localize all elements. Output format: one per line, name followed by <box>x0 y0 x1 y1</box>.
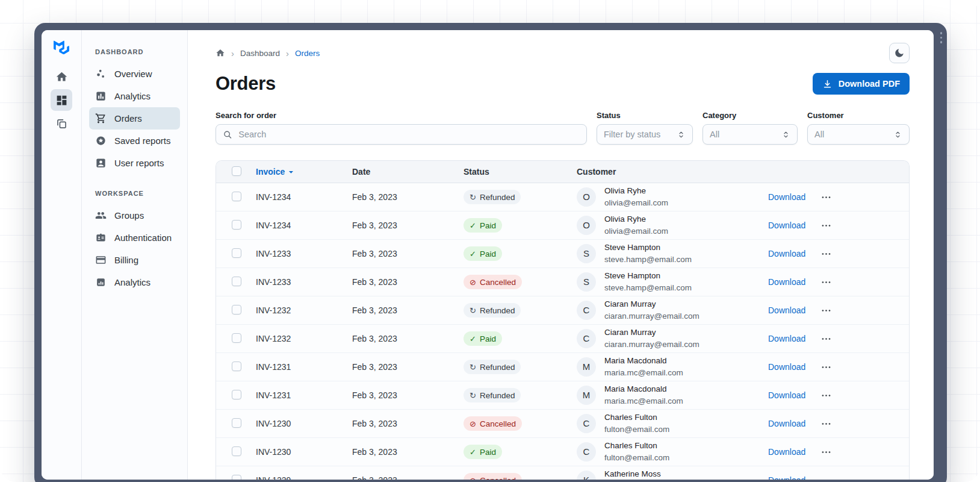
breadcrumb-orders[interactable]: Orders <box>295 49 320 58</box>
row-menu-button[interactable] <box>818 331 834 347</box>
status-badge: Cancelled <box>464 473 522 480</box>
sidebar-item-billing[interactable]: Billing <box>89 249 180 271</box>
row-menu-button[interactable] <box>818 359 834 375</box>
row-download-link[interactable]: Download <box>768 192 805 202</box>
unfold-icon <box>893 130 902 139</box>
date-cell: Feb 3, 2023 <box>352 390 464 400</box>
rail-dashboard-button[interactable] <box>51 89 72 111</box>
status-badge: Refunded <box>464 303 521 318</box>
rail-pages-button[interactable] <box>51 113 72 134</box>
breadcrumb-dashboard[interactable]: Dashboard <box>240 49 280 58</box>
sidebar-item-orders[interactable]: Orders <box>89 107 180 130</box>
row-checkbox[interactable] <box>232 333 241 343</box>
sidebar-item-user-reports[interactable]: User reports <box>89 152 180 174</box>
date-cell: Feb 3, 2023 <box>352 362 464 372</box>
table-row: INV-1234 Feb 3, 2023 Paid O <box>216 211 909 240</box>
status-filter-value: Filter by status <box>604 130 660 139</box>
row-download-link[interactable]: Download <box>768 475 805 480</box>
more-horiz-icon <box>820 192 832 203</box>
invoice-cell: INV-1230 <box>256 447 352 457</box>
date-cell: Feb 3, 2023 <box>352 334 464 343</box>
customer-email: ciaran.murray@email.com <box>604 311 699 322</box>
row-menu-button[interactable] <box>818 302 834 319</box>
row-menu-button[interactable] <box>818 444 834 460</box>
search-input[interactable] <box>237 129 580 140</box>
customer-name: Ciaran Murray <box>604 327 699 339</box>
row-checkbox[interactable] <box>232 248 241 258</box>
status-label: Paid <box>480 221 496 230</box>
row-menu-button[interactable] <box>818 472 834 480</box>
mui-logo-icon <box>53 40 70 54</box>
status-badge: Paid <box>464 218 502 233</box>
sidebar-item-groups[interactable]: Groups <box>89 204 180 227</box>
customer-name: Steve Hampton <box>604 270 692 282</box>
row-checkbox[interactable] <box>232 192 241 201</box>
row-download-link[interactable]: Download <box>768 221 805 230</box>
sidebar: DASHBOARD Overview Analytics Orders <box>82 30 188 480</box>
customer-email: maria.mc@email.com <box>604 396 683 407</box>
row-download-link[interactable]: Download <box>768 447 805 457</box>
row-checkbox[interactable] <box>232 362 241 371</box>
row-checkbox[interactable] <box>232 390 241 399</box>
row-download-link[interactable]: Download <box>768 277 805 287</box>
table-row: INV-1230 Feb 3, 2023 Cancelled C <box>216 410 909 438</box>
row-menu-button[interactable] <box>818 246 834 262</box>
row-download-link[interactable]: Download <box>768 419 805 428</box>
sidebar-item-analytics-workspace[interactable]: Analytics <box>89 271 180 293</box>
avatar: S <box>577 272 596 292</box>
avatar: C <box>577 329 596 348</box>
customer-email: steve.hamp@email.com <box>604 254 692 266</box>
window-scroll-dots <box>940 32 943 43</box>
row-checkbox[interactable] <box>232 220 241 230</box>
sidebar-item-analytics[interactable]: Analytics <box>89 85 180 107</box>
more-horiz-icon <box>820 390 832 401</box>
select-all-checkbox[interactable] <box>232 166 241 176</box>
sidebar-item-label: Authentication <box>114 233 172 243</box>
row-menu-button[interactable] <box>818 387 834 404</box>
row-download-link[interactable]: Download <box>768 362 805 372</box>
customer-filter-select[interactable]: All <box>807 124 910 145</box>
sidebar-item-overview[interactable]: Overview <box>89 63 180 85</box>
date-cell: Feb 3, 2023 <box>352 305 464 315</box>
status-badge: Paid <box>464 246 502 261</box>
download-icon <box>822 79 833 89</box>
row-menu-button[interactable] <box>818 218 834 234</box>
row-checkbox[interactable] <box>232 418 241 428</box>
moon-icon <box>894 48 905 58</box>
sort-arrow-down-icon <box>286 167 296 177</box>
sidebar-item-authentication[interactable]: Authentication <box>89 227 180 249</box>
cart-icon <box>95 113 107 124</box>
status-filter-select[interactable]: Filter by status <box>597 124 693 145</box>
bar-chart-icon <box>95 90 107 102</box>
status-badge: Refunded <box>464 190 521 204</box>
row-menu-button[interactable] <box>818 189 834 205</box>
dashboard-grid-icon <box>55 94 68 107</box>
row-checkbox[interactable] <box>232 305 241 315</box>
row-checkbox[interactable] <box>232 475 241 480</box>
more-horiz-icon <box>820 362 832 373</box>
category-filter-select[interactable]: All <box>702 124 798 145</box>
row-download-link[interactable]: Download <box>768 334 805 343</box>
chart-square-icon <box>95 277 107 288</box>
row-menu-button[interactable] <box>818 416 834 432</box>
table-row: INV-1229 Feb 3, 2023 Cancelled K <box>216 466 909 480</box>
column-header-invoice[interactable]: Invoice <box>256 167 296 177</box>
customer-email: steve.hamp@email.com <box>604 283 692 294</box>
status-label: Paid <box>480 448 496 457</box>
row-download-link[interactable]: Download <box>768 249 805 258</box>
sidebar-item-saved-reports[interactable]: Saved reports <box>89 130 180 152</box>
download-pdf-button[interactable]: Download PDF <box>813 73 910 95</box>
breadcrumb-home-icon[interactable] <box>216 48 225 58</box>
customer-name: Charles Fulton <box>604 440 669 452</box>
category-filter-label: Category <box>702 111 798 120</box>
row-checkbox[interactable] <box>232 277 241 286</box>
row-download-link[interactable]: Download <box>768 390 805 400</box>
rail-home-button[interactable] <box>51 66 72 87</box>
theme-toggle-button[interactable] <box>889 43 910 63</box>
row-menu-button[interactable] <box>818 274 834 290</box>
status-badge: Cancelled <box>464 275 522 289</box>
customer-email: olivia@email.com <box>604 226 668 237</box>
status-badge: Paid <box>464 445 502 459</box>
row-download-link[interactable]: Download <box>768 305 805 315</box>
row-checkbox[interactable] <box>232 446 241 456</box>
